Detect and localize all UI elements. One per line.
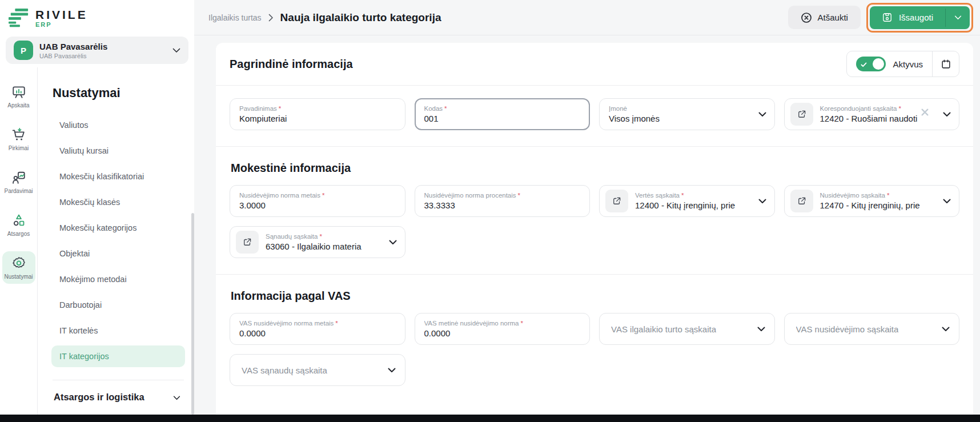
sidebar-item-pirkimai[interactable]: Pirkimai <box>2 123 35 155</box>
topbar: Ilgalaikis turtas Nauja ilgalaikio turto… <box>194 0 980 35</box>
sidebar-item-nustatymai[interactable]: Nustatymai <box>2 251 35 284</box>
save-dropdown-button[interactable] <box>946 6 970 29</box>
field-value: 0.0000 <box>424 328 582 338</box>
gear-icon <box>11 256 26 271</box>
clear-icon[interactable] <box>921 108 929 116</box>
rail-label: Atsargos <box>7 231 30 237</box>
menu-item-valiutos[interactable]: Valiutos <box>51 114 185 136</box>
breadcrumb: Ilgalaikis turtas Nauja ilgalaikio turto… <box>208 11 441 24</box>
menu-item-mokesciu-kategorijos[interactable]: Mokesčių kategorijos <box>51 217 185 239</box>
field-value: Kompiuteriai <box>239 114 397 123</box>
select-placeholder: VAS ilgalaikio turto sąskaita <box>611 324 716 334</box>
brand-erp: ERP <box>35 21 88 28</box>
cart-icon <box>11 127 26 142</box>
chevron-down-icon <box>758 199 766 204</box>
required-asterisk: * <box>322 192 324 199</box>
cancel-button[interactable]: Atšaukti <box>788 6 861 29</box>
chevron-down-icon <box>943 112 951 117</box>
field-kodas[interactable]: Kodas* 001 <box>415 98 591 130</box>
active-toggle[interactable]: Aktyvus <box>847 57 932 71</box>
external-link-button[interactable] <box>236 231 259 254</box>
select-placeholder: VAS nusidėvėjimo sąskaita <box>796 324 899 334</box>
chart-board-icon <box>11 85 26 99</box>
menu-item-mokesciu-klases[interactable]: Mokesčių klasės <box>51 191 185 213</box>
external-link-icon <box>797 196 807 206</box>
brand-name: RIVILE <box>35 9 88 21</box>
field-label: Nusidėvėjimo sąskaita* <box>820 192 939 199</box>
field-label: Nusidėvėjimo norma procentais* <box>424 192 582 199</box>
menu-item-it-korteles[interactable]: IT kortelės <box>51 320 185 341</box>
required-asterisk: * <box>444 105 447 112</box>
field-value: Visos įmonės <box>609 114 754 123</box>
required-asterisk: * <box>520 320 523 327</box>
status-toggle-group: Aktyvus <box>846 51 959 77</box>
menu-item-darbuotojai[interactable]: Darbuotojai <box>51 294 185 316</box>
field-sanaudu-saskaita[interactable]: Sąnaudų sąskaita* 63060 - Ilgalaikio mat… <box>230 226 405 258</box>
chevron-down-icon <box>942 327 950 332</box>
menu-divider <box>53 380 184 380</box>
field-vas-ilgalaikio-turto-saskaita[interactable]: VAS ilgalaikio turto sąskaita <box>599 313 775 345</box>
section-title-vas: Informacija pagal VAS <box>231 290 959 303</box>
company-selector[interactable]: P UAB Pavasarėlis UAB Pavasarėlis <box>6 37 188 64</box>
section-mokestine: Mokestinė informacija Nusidėvėjimo norma… <box>216 147 973 274</box>
rail-label: Nustatymai <box>4 274 33 280</box>
calendar-button[interactable] <box>933 51 959 77</box>
company-avatar: P <box>14 41 33 60</box>
chevron-down-icon <box>943 199 951 204</box>
check-icon <box>861 59 867 70</box>
settings-menu: Nustatymai Valiutos Valiutų kursai Mokes… <box>38 67 194 415</box>
field-nusidevejimo-saskaita[interactable]: Nusidėvėjimo sąskaita* 12470 - Kitų įren… <box>784 185 960 217</box>
sidebar-item-atsargos[interactable]: Atsargos <box>2 208 35 241</box>
menu-item-mokejimo-metodai[interactable]: Mokėjimo metodai <box>51 268 185 290</box>
field-value: 12470 - Kitų įrenginių, prie <box>820 200 939 210</box>
field-vas-sanaudu-saskaita[interactable]: VAS sąnaudų sąskaita <box>230 354 405 386</box>
external-link-button[interactable] <box>605 190 628 212</box>
field-nusidevejimo-norma-metais[interactable]: Nusidėvėjimo norma metais* 3.0000 <box>230 185 405 217</box>
brand-logo[interactable]: RIVILE ERP <box>0 0 194 32</box>
sidebar-item-pardavimai[interactable]: Pardavimai <box>2 166 35 198</box>
required-asterisk: * <box>335 320 338 327</box>
field-label: Pavadinimas* <box>239 105 397 112</box>
menu-item-it-kategorijos[interactable]: IT kategorijos <box>51 345 185 367</box>
circle-x-icon <box>801 12 812 23</box>
select-placeholder: VAS sąnaudų sąskaita <box>242 365 327 375</box>
field-label: Vertės sąskaita* <box>635 192 754 199</box>
rail-label: Pardavimai <box>4 188 33 194</box>
field-nusidevejimo-norma-procentais[interactable]: Nusidėvėjimo norma procentais* 33.3333 <box>415 185 591 217</box>
save-button[interactable]: Išsaugoti <box>870 6 945 29</box>
required-asterisk: * <box>319 233 322 240</box>
field-imone[interactable]: Įmonė Visos įmonės <box>599 98 775 130</box>
required-asterisk: * <box>681 192 684 199</box>
chevron-down-icon <box>172 45 180 55</box>
menu-item-valiutu-kursai[interactable]: Valiutų kursai <box>51 140 185 162</box>
field-koresponduojanti-saskaita[interactable]: Koresponduojanti sąskaita* 12420 - Ruoši… <box>784 98 960 130</box>
menu-group-label: Atsargos ir logistika <box>54 392 144 403</box>
field-vertes-saskaita[interactable]: Vertės sąskaita* 12400 - Kitų įrenginių,… <box>599 185 775 217</box>
field-vas-nusidevejimo-saskaita[interactable]: VAS nusidėvėjimo sąskaita <box>784 313 960 345</box>
required-asterisk: * <box>279 105 281 112</box>
field-vas-metine-nusidevejimo-norma[interactable]: VAS metinė nusidėvėjimo norma* 0.0000 <box>415 313 591 345</box>
bottom-bar <box>0 415 980 422</box>
external-link-button[interactable] <box>790 103 813 126</box>
section-title-pagrindine: Pagrindinė informacija <box>230 58 353 71</box>
field-pavadinimas[interactable]: Pavadinimas* Kompiuteriai <box>230 98 405 130</box>
form-card: Pagrindinė informacija Aktyvus <box>216 43 973 415</box>
section-title-mokestine: Mokestinė informacija <box>231 162 959 175</box>
field-value: 12400 - Kitų įrenginių, prie <box>635 200 754 210</box>
field-value: 3.0000 <box>239 200 397 210</box>
external-link-button[interactable] <box>790 190 813 212</box>
breadcrumb-parent[interactable]: Ilgalaikis turtas <box>208 13 262 22</box>
menu-item-mokesciu-klasifikatoriai[interactable]: Mokesčių klasifikatoriai <box>51 166 185 187</box>
rail-label: Pirkimai <box>9 145 29 151</box>
rivile-logo-icon <box>8 8 30 29</box>
menu-group-atsargos-ir-logistika[interactable]: Atsargos ir logistika <box>51 391 185 403</box>
chevron-down-icon <box>389 240 397 245</box>
save-floppy-icon <box>882 12 893 23</box>
field-vas-nusidevejimo-norma-metais[interactable]: VAS nusidėvėjimo norma metais* 0.0000 <box>230 313 405 345</box>
sidebar-item-apskaita[interactable]: Apskaita <box>2 80 35 112</box>
toggle-switch[interactable] <box>856 57 886 71</box>
nav-rail: Apskaita Pirkimai <box>0 67 38 415</box>
chevron-down-icon <box>758 112 766 117</box>
field-label: Įmonė <box>609 105 754 112</box>
menu-item-objektai[interactable]: Objektai <box>51 243 185 264</box>
